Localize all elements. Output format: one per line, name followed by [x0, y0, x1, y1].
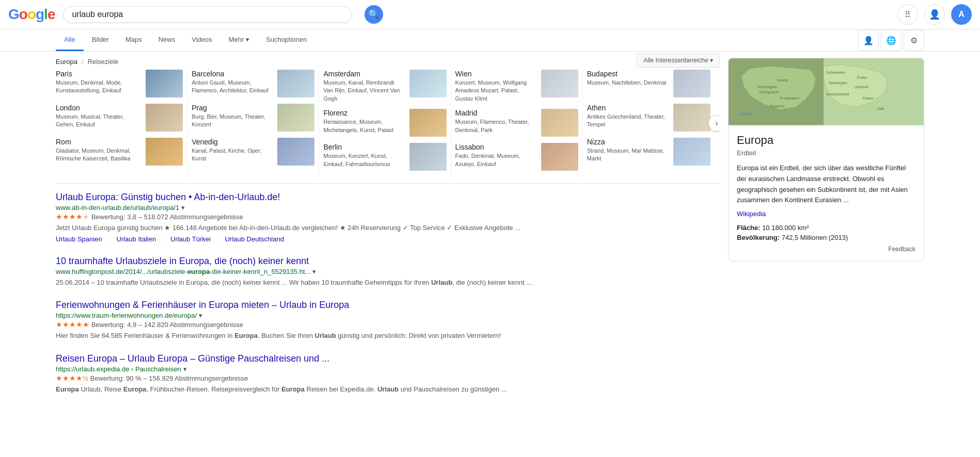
dest-prag[interactable]: Prag Burg, Bier, Museum, Theater, Konzer…	[192, 104, 314, 132]
svg-text:Atlantik: Atlantik	[739, 111, 752, 116]
result-4: Reisen Europa – Urlaub Europa – Günstige…	[56, 353, 720, 395]
result-4-dropdown[interactable]: ▾	[183, 365, 187, 373]
svg-text:Polen: Polen	[857, 75, 867, 80]
svg-text:Island: Island	[778, 78, 788, 83]
result-2-title: 10 traumhafte Urlaubsziele in Europa, di…	[56, 256, 720, 267]
dest-col-2: Barcelona Antoni Gaudí, Museum, Flamenco…	[187, 70, 319, 177]
svg-text:Frankreich: Frankreich	[780, 96, 799, 101]
dest-london[interactable]: London Museum, Musical, Theater, Gehen, …	[56, 104, 183, 132]
dest-berlin[interactable]: Berlin Museum, Konzert, Kunst, Einkauf, …	[323, 143, 446, 171]
result-3-dropdown[interactable]: ▾	[199, 312, 202, 319]
result-3-title: Ferienwohnungen & Ferienhäuser in Europa…	[56, 300, 720, 311]
tab-maps[interactable]: Maps	[117, 29, 150, 51]
panel-stats: Fläche: 10.180.000 km² Bevölkerung: 742,…	[737, 224, 915, 241]
madrid-img	[541, 109, 578, 137]
dest-col-4: Wien Konzert, Museum, Wolfgang Amadeus M…	[451, 70, 583, 177]
dest-col-1: Paris Museum, Denkmal, Mode, Kunstausste…	[56, 70, 187, 177]
wien-img	[541, 70, 578, 97]
profile-icon-btn[interactable]: 👤	[858, 30, 879, 51]
dest-budapest[interactable]: Budapest Museum, Nachtleben, Denkmal	[587, 70, 710, 97]
tab-mehr[interactable]: Mehr ▾	[220, 29, 258, 51]
result-1: Urlaub Europa: Günstig buchen • Ab-in-de…	[56, 192, 720, 243]
panel-feedback: Feedback	[737, 246, 915, 253]
breadcrumb-sep: /	[82, 58, 84, 66]
result-3-stars: ★★★★★ Bewertung: 4,9 – 142.820 Abstimmun…	[56, 320, 720, 329]
destinations-section: Europa / Reiseziele Alle Interessenberei…	[56, 58, 720, 184]
result-1-stars: ★★★★★ Bewertung: 3,8 – 518.072 Abstimmun…	[56, 213, 720, 221]
florenz-img	[409, 109, 447, 137]
profile-icon: 👤	[863, 36, 874, 45]
svg-text:Irak: Irak	[877, 106, 884, 111]
search-input[interactable]	[72, 10, 343, 19]
globe-icon-btn[interactable]: 🌐	[881, 30, 902, 51]
all-interests-button[interactable]: Alle Interessenbereiche ▾	[637, 53, 720, 68]
search-bar	[63, 6, 352, 23]
svg-text:Schweden: Schweden	[826, 70, 845, 75]
result-3-desc: Hier finden Sie 64.585 Ferienhäuser & Fe…	[56, 331, 720, 341]
result-3-url: https://www.traum-ferienwohnungen.de/eur…	[56, 312, 720, 319]
tab-suchoptionen[interactable]: Suchoptionen	[258, 29, 315, 51]
account-button[interactable]: 👤	[924, 4, 945, 25]
search-button[interactable]: 🔍	[365, 5, 383, 24]
result-1-link-3[interactable]: Urlaub Türkei	[170, 235, 211, 243]
svg-text:Vereinigtes: Vereinigtes	[757, 85, 777, 89]
berlin-img	[409, 143, 447, 171]
dest-florenz[interactable]: Florenz Renaissance, Museum, Michelangel…	[323, 109, 446, 137]
search-icon: 🔍	[368, 9, 380, 20]
panel-wikipedia-link[interactable]: Wikipedia	[737, 210, 915, 218]
avatar-letter: A	[958, 10, 965, 19]
tab-bilder[interactable]: Bilder	[84, 29, 117, 51]
result-1-dropdown[interactable]: ▾	[181, 204, 185, 211]
svg-text:Spanien: Spanien	[770, 104, 785, 108]
rom-img	[146, 138, 183, 166]
dest-amsterdam[interactable]: Amsterdam Museum, Kanal, Rembrandt Van R…	[323, 70, 446, 103]
dest-athen[interactable]: Athen Antikes Griechenland, Theater, Tem…	[587, 104, 710, 132]
result-4-url: https://urlaub.expedia.de › Pauschalreis…	[56, 365, 720, 373]
result-1-link-1[interactable]: Urlaub Spanien	[56, 235, 102, 243]
breadcrumb-sub: Reiseziele	[88, 58, 119, 66]
nav-tabs: Alle Bilder Maps News Videos Mehr ▾ Such…	[0, 29, 980, 52]
nav-right: 👤 🌐 ⚙	[858, 30, 924, 51]
right-panel: Island Schweden Vereinigtes Königreich N…	[728, 58, 924, 262]
destinations-header: Europa / Reiseziele	[56, 58, 720, 66]
tab-alle[interactable]: Alle	[56, 29, 84, 51]
dest-paris[interactable]: Paris Museum, Denkmal, Mode, Kunstausste…	[56, 70, 183, 97]
result-1-link-4[interactable]: Urlaub Deutschland	[225, 235, 284, 243]
tab-videos[interactable]: Videos	[183, 29, 220, 51]
result-2-dropdown[interactable]: ▾	[312, 268, 316, 275]
svg-text:Deutschland: Deutschland	[826, 92, 849, 96]
dest-rom[interactable]: Rom Gladiator, Museum, Denkmal, Römische…	[56, 138, 183, 166]
dest-nizza[interactable]: Nizza Strand, Museum, Mar Matisse, Markt	[587, 138, 710, 166]
dest-barcelona[interactable]: Barcelona Antoni Gaudí, Museum, Flamenco…	[192, 70, 314, 97]
budapest-img	[673, 70, 710, 97]
result-1-url: www.ab-in-den-urlaub.de/urlaub/europa/1 …	[56, 204, 720, 211]
lissabon-img	[541, 143, 578, 171]
london-img	[146, 104, 183, 132]
result-4-stars: ★★★★½ Bewertung: 90 % – 156.929 Abstimmu…	[56, 374, 720, 382]
panel-subtitle: Erdteil	[737, 149, 915, 157]
user-icon: 👤	[929, 9, 940, 20]
avatar-button[interactable]: A	[951, 4, 972, 25]
barcelona-img	[277, 70, 314, 97]
result-4-desc: Europa Urlaub, Reise Europa, Frühbucher-…	[56, 384, 720, 395]
panel-title: Europa	[737, 134, 915, 147]
panel-content: Europa Erdteil Europa ist ein Erdteil, d…	[729, 125, 924, 261]
dest-venedig[interactable]: Venedig Kanal, Palast, Kirche, Oper, Kun…	[192, 138, 314, 166]
dest-wien[interactable]: Wien Konzert, Museum, Wolfgang Amadeus M…	[455, 70, 578, 103]
result-1-link-2[interactable]: Urlaub Italien	[117, 235, 156, 243]
venedig-img	[277, 138, 314, 166]
left-column: Europa / Reiseziele Alle Interessenberei…	[56, 58, 720, 406]
europe-map[interactable]: Island Schweden Vereinigtes Königreich N…	[729, 58, 924, 125]
paris-img	[146, 70, 183, 97]
apps-button[interactable]: ⠿	[897, 4, 918, 25]
header: Google 🔍 ⠿ 👤 A	[0, 0, 980, 29]
tab-news[interactable]: News	[150, 29, 184, 51]
dest-lissabon[interactable]: Lissabon Fado, Denkmal, Museum, Azulejo,…	[455, 143, 578, 171]
dest-madrid[interactable]: Madrid Museum, Flamenco, Theater, Denkma…	[455, 109, 578, 137]
svg-text:Norwegen: Norwegen	[829, 80, 847, 85]
prag-img	[277, 104, 314, 132]
settings-icon-btn[interactable]: ⚙	[904, 30, 924, 51]
right-column: Island Schweden Vereinigtes Königreich N…	[728, 58, 924, 406]
svg-text:Türkei: Türkei	[862, 96, 874, 101]
result-1-title: Urlaub Europa: Günstig buchen • Ab-in-de…	[56, 192, 720, 203]
